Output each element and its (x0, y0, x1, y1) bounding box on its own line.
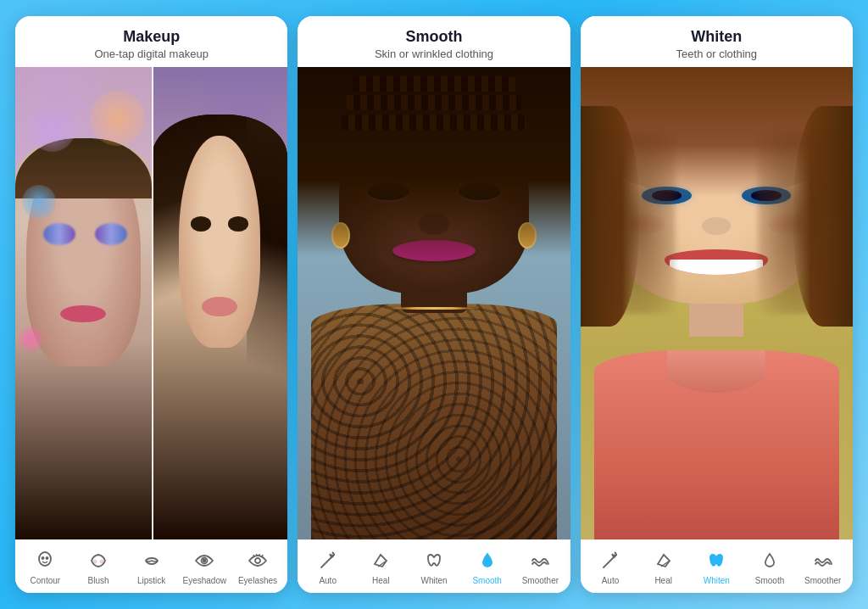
smooth-image (298, 67, 570, 539)
tool-whiten-smoother-label: Smoother (804, 576, 841, 586)
makeup-subtitle: One-tap digital makeup (24, 47, 279, 60)
whiten-body (594, 350, 839, 539)
tool-smooth-auto-label: Auto (319, 576, 337, 586)
face-icon (33, 549, 57, 573)
braid-2 (347, 95, 521, 110)
svg-line-11 (262, 555, 263, 557)
tool-smooth-heal-label: Heal (372, 576, 390, 586)
panels-container: Makeup One-tap digital makeup (0, 0, 868, 609)
whiten-image (581, 67, 853, 539)
svg-line-13 (332, 552, 334, 554)
lips-right (202, 297, 237, 316)
teeth-icon-whiten (704, 549, 728, 573)
bokeh-1 (29, 105, 75, 152)
tool-contour[interactable]: Contour (19, 549, 72, 586)
makeup-after (152, 67, 288, 539)
tool-blush-label: Blush (88, 576, 109, 586)
tool-eyelashes[interactable]: Eyelashes (231, 549, 285, 586)
svg-point-0 (39, 552, 51, 566)
tool-smooth-smooth-label: Smooth (472, 576, 501, 586)
drop-icon-whiten (758, 549, 782, 573)
leopard-print (311, 304, 556, 540)
svg-line-9 (257, 554, 258, 556)
person-makeup-right (152, 115, 288, 539)
svg-point-1 (42, 557, 44, 559)
smooth-hair (298, 67, 570, 256)
hair-wave-r (758, 132, 839, 314)
face-right (179, 136, 260, 349)
tool-eyeshadow[interactable]: Eyeshadow (178, 549, 231, 586)
blush-icon (86, 549, 110, 573)
makeup-header: Makeup One-tap digital makeup (15, 16, 287, 67)
eraser-icon (369, 549, 392, 573)
smooth-toolbar: Auto Heal Whiten (298, 539, 570, 593)
necklace (388, 307, 480, 310)
whiten-header: Whiten Teeth or clothing (581, 16, 853, 67)
svg-point-2 (47, 557, 48, 559)
tool-smooth-auto[interactable]: Auto (301, 549, 354, 586)
wave-icon-whiten (811, 549, 835, 573)
tool-smooth-whiten[interactable]: Whiten (408, 549, 461, 586)
split-divider (152, 67, 153, 539)
tool-smooth-smoother-label: Smoother (522, 576, 559, 586)
tool-smooth-whiten-label: Whiten (420, 576, 447, 586)
svg-point-7 (255, 558, 260, 563)
whiten-hair (581, 67, 853, 327)
makeup-title: Makeup (24, 28, 279, 46)
tool-smooth-heal[interactable]: Heal (354, 549, 408, 586)
whiten-title: Whiten (589, 28, 844, 46)
smooth-subtitle: Skin or wrinkled clothing (306, 47, 561, 60)
tool-whiten-whiten[interactable]: Whiten (690, 549, 743, 586)
svg-line-15 (615, 552, 616, 554)
tool-smooth-smooth[interactable]: Smooth (460, 549, 514, 586)
svg-point-6 (203, 560, 206, 562)
hair-wave-l (594, 132, 676, 314)
tool-lipstick[interactable]: Lipstick (125, 549, 178, 586)
makeup-split-view (15, 67, 287, 539)
makeup-panel: Makeup One-tap digital makeup (15, 16, 287, 593)
tool-whiten-heal-label: Heal (654, 576, 672, 586)
wand-icon-whiten (598, 549, 622, 573)
eye-makeup-right (95, 223, 127, 245)
wand-icon (316, 549, 340, 573)
collar (667, 350, 765, 393)
tool-whiten-smooth-label: Smooth (755, 576, 784, 586)
braid-3 (342, 115, 527, 130)
smooth-header: Smooth Skin or wrinkled clothing (298, 16, 570, 67)
makeup-before (15, 67, 152, 539)
whiten-subtitle: Teeth or clothing (589, 47, 844, 60)
tool-eyelashes-label: Eyelashes (238, 576, 277, 586)
tool-whiten-smoother[interactable]: Smoother (796, 549, 849, 586)
whiten-image-inner (581, 67, 853, 539)
braid-1 (353, 76, 516, 92)
eraser-icon-whiten (652, 549, 676, 573)
eye-natural-r (228, 216, 248, 232)
lips-left (60, 305, 106, 323)
teeth-icon-smooth (422, 549, 446, 573)
eye-natural-l (191, 216, 211, 232)
svg-point-3 (93, 560, 97, 564)
eye2-icon (246, 549, 270, 573)
eye-makeup-left (43, 223, 75, 245)
tool-whiten-auto-label: Auto (602, 576, 620, 586)
makeup-toolbar: Contour Blush (15, 539, 287, 593)
tool-whiten-heal[interactable]: Heal (637, 549, 690, 586)
tool-smooth-smoother[interactable]: Smoother (514, 549, 567, 586)
tool-lipstick-label: Lipstick (137, 576, 165, 586)
tool-whiten-whiten-label: Whiten (704, 576, 730, 586)
makeup-image-inner (15, 67, 287, 539)
smooth-panel: Smooth Skin or wrinkled clothing (298, 16, 570, 593)
smooth-portrait (298, 67, 570, 539)
bokeh-2 (22, 185, 56, 219)
tool-whiten-auto[interactable]: Auto (584, 549, 637, 586)
tool-whiten-smooth[interactable]: Smooth (743, 549, 797, 586)
tool-blush[interactable]: Blush (72, 549, 125, 586)
whiten-toolbar: Auto Heal Whiten (581, 539, 853, 593)
whiten-portrait (581, 67, 853, 539)
svg-line-8 (253, 555, 254, 557)
wave-icon-smooth (528, 549, 552, 573)
tool-eyeshadow-label: Eyeshadow (183, 576, 227, 586)
eye-icon (192, 549, 216, 573)
smooth-title: Smooth (306, 28, 561, 46)
drop-icon (476, 549, 499, 573)
